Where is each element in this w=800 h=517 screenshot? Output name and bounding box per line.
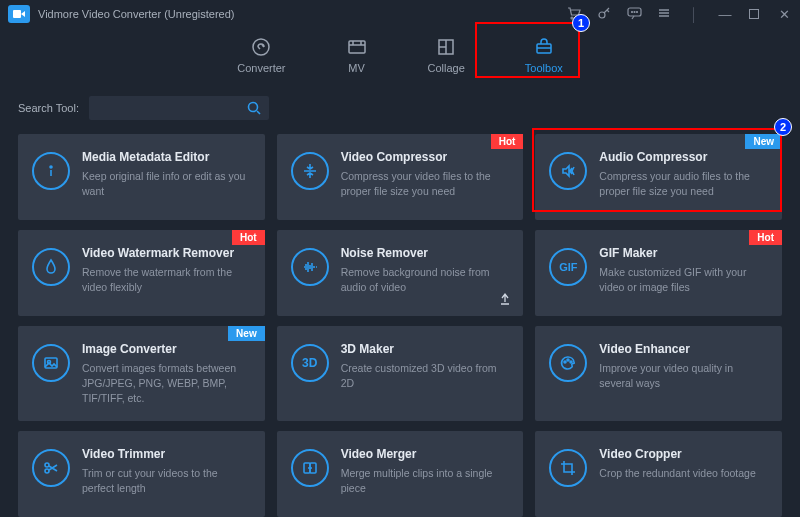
search-row: Search Tool: (0, 92, 800, 134)
tool-title: 3D Maker (341, 342, 510, 356)
svg-point-7 (636, 11, 637, 12)
svg-point-13 (50, 166, 52, 168)
tool-title: Audio Compressor (599, 150, 768, 164)
search-icon[interactable] (247, 101, 261, 115)
tool-audio-compressor[interactable]: New Audio CompressorCompress your audio … (535, 134, 782, 220)
tool-desc: Keep original file info or edit as you w… (82, 169, 251, 199)
tab-label: Converter (237, 62, 285, 74)
tool-desc: Crop the redundant video footage (599, 466, 755, 481)
svg-rect-0 (13, 10, 21, 18)
search-label: Search Tool: (18, 102, 79, 114)
svg-point-5 (631, 11, 632, 12)
new-tag: New (228, 326, 265, 341)
app-logo-icon (8, 5, 30, 23)
scissors-icon (32, 449, 70, 487)
annotation-badge-1: 1 (572, 14, 590, 32)
app-title: Vidmore Video Converter (Unregistered) (38, 8, 234, 20)
tool-video-compressor[interactable]: Hot Video CompressorCompress your video … (277, 134, 524, 220)
svg-point-16 (564, 361, 566, 363)
tool-gif-maker[interactable]: Hot GIF GIF MakerMake customized GIF wit… (535, 230, 782, 316)
tool-title: GIF Maker (599, 246, 768, 260)
tool-desc: Improve your video quality in several wa… (599, 361, 768, 391)
minimize-button[interactable]: — (716, 7, 732, 22)
close-button[interactable]: ✕ (776, 7, 792, 22)
divider-icon: │ (686, 7, 702, 22)
tool-desc: Make customized GIF with your video or i… (599, 265, 768, 295)
tool-desc: Trim or cut your videos to the perfect l… (82, 466, 251, 496)
tool-watermark-remover[interactable]: Hot Video Watermark RemoverRemove the wa… (18, 230, 265, 316)
hot-tag: Hot (491, 134, 524, 149)
main-tabs: Converter MV Collage Toolbox (0, 28, 800, 92)
tool-video-merger[interactable]: Video MergerMerge multiple clips into a … (277, 431, 524, 517)
pin-icon[interactable] (498, 292, 512, 309)
svg-point-8 (253, 39, 269, 55)
gif-icon: GIF (549, 248, 587, 286)
tab-label: MV (348, 62, 365, 74)
tab-converter[interactable]: Converter (237, 36, 285, 74)
feedback-icon[interactable] (626, 6, 642, 23)
maximize-button[interactable] (746, 7, 762, 22)
svg-point-19 (45, 463, 49, 467)
tool-title: Media Metadata Editor (82, 150, 251, 164)
crop-icon (549, 449, 587, 487)
annotation-badge-2: 2 (774, 118, 792, 136)
svg-point-12 (248, 103, 257, 112)
tool-desc: Merge multiple clips into a single piece (341, 466, 510, 496)
tool-title: Noise Remover (341, 246, 510, 260)
tool-desc: Create customized 3D video from 2D (341, 361, 510, 391)
titlebar: Vidmore Video Converter (Unregistered) │… (0, 0, 800, 28)
tab-mv[interactable]: MV (346, 36, 368, 74)
tool-desc: Compress your video files to the proper … (341, 169, 510, 199)
audio-compress-icon (549, 152, 587, 190)
merge-icon (291, 449, 329, 487)
hot-tag: Hot (232, 230, 265, 245)
tool-desc: Remove the watermark from the video flex… (82, 265, 251, 295)
tool-video-cropper[interactable]: Video CropperCrop the redundant video fo… (535, 431, 782, 517)
hot-tag: Hot (749, 230, 782, 245)
tool-desc: Compress your audio files to the proper … (599, 169, 768, 199)
menu-icon[interactable] (656, 6, 672, 23)
tab-label: Toolbox (525, 62, 563, 74)
3d-icon: 3D (291, 344, 329, 382)
tab-label: Collage (428, 62, 465, 74)
svg-point-18 (570, 361, 572, 363)
search-box[interactable] (89, 96, 269, 120)
svg-point-20 (45, 469, 49, 473)
tool-desc: Convert images formats between JPG/JPEG,… (82, 361, 251, 407)
tool-video-enhancer[interactable]: Video EnhancerImprove your video quality… (535, 326, 782, 421)
tool-title: Video Trimmer (82, 447, 251, 461)
window-controls: │ — ✕ (566, 6, 792, 23)
compress-icon (291, 152, 329, 190)
tool-title: Video Compressor (341, 150, 510, 164)
tool-3d-maker[interactable]: 3D 3D MakerCreate customized 3D video fr… (277, 326, 524, 421)
svg-point-17 (567, 359, 569, 361)
tool-title: Video Watermark Remover (82, 246, 251, 260)
image-icon (32, 344, 70, 382)
tool-title: Video Enhancer (599, 342, 768, 356)
tool-grid: Media Metadata EditorKeep original file … (0, 134, 800, 517)
tool-title: Video Cropper (599, 447, 755, 461)
tool-desc: Remove background noise from audio of vi… (341, 265, 510, 295)
tool-noise-remover[interactable]: Noise RemoverRemove background noise fro… (277, 230, 524, 316)
tab-collage[interactable]: Collage (428, 36, 465, 74)
tool-title: Image Converter (82, 342, 251, 356)
noise-icon (291, 248, 329, 286)
new-tag: New (745, 134, 782, 149)
tab-toolbox[interactable]: Toolbox (525, 36, 563, 74)
tool-media-metadata-editor[interactable]: Media Metadata EditorKeep original file … (18, 134, 265, 220)
info-icon (32, 152, 70, 190)
tool-video-trimmer[interactable]: Video TrimmerTrim or cut your videos to … (18, 431, 265, 517)
key-icon[interactable] (596, 6, 612, 23)
palette-icon (549, 344, 587, 382)
tool-title: Video Merger (341, 447, 510, 461)
droplet-icon (32, 248, 70, 286)
search-input[interactable] (97, 102, 247, 114)
svg-rect-9 (349, 41, 365, 53)
tool-image-converter[interactable]: New Image ConverterConvert images format… (18, 326, 265, 421)
svg-point-6 (634, 11, 635, 12)
